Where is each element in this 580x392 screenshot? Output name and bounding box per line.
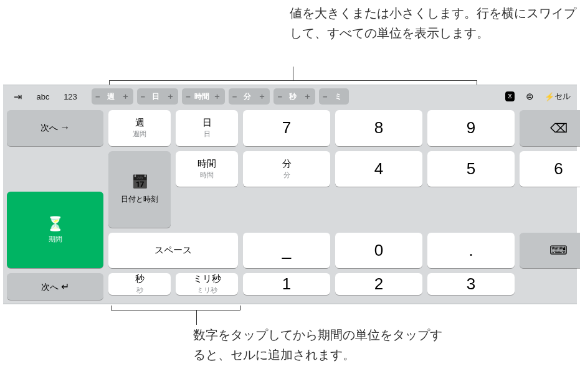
key-hyphen[interactable]: _ bbox=[243, 233, 330, 269]
abc-mode-button[interactable]: abc bbox=[31, 88, 55, 105]
minus-icon[interactable]: − bbox=[232, 92, 237, 101]
key-grid: 次へ→ 週 週間 日 日 7 8 9 ⌫ 📅 日付と時刻 時間 時間 分 分 4… bbox=[7, 110, 573, 300]
duration-keyboard: ⇥ abc 123 − 週 ＋ − 日 ＋ − 時間 ＋ − 分 ＋ bbox=[3, 85, 577, 304]
key-3[interactable]: 3 bbox=[427, 273, 515, 295]
unit-sub: 分 bbox=[283, 170, 290, 180]
equals-icon[interactable]: ⊜ bbox=[522, 90, 537, 103]
key-6[interactable]: 6 bbox=[520, 151, 580, 187]
minus-icon[interactable]: − bbox=[141, 92, 146, 101]
unit-ms-key[interactable]: ミリ秒 ミリ秒 bbox=[176, 273, 238, 295]
tab-key[interactable]: ⇥ bbox=[7, 88, 28, 105]
next-cell-button[interactable]: 次へ→ bbox=[7, 110, 103, 146]
return-icon: ↵ bbox=[61, 281, 69, 292]
cell-label: セル bbox=[554, 91, 571, 102]
stepper-day[interactable]: − 日 ＋ bbox=[137, 88, 179, 105]
datetime-label: 日付と時刻 bbox=[121, 194, 158, 205]
key-2[interactable]: 2 bbox=[335, 273, 422, 295]
annotation-top: 値を大きくまたは小さくします。行を横にスワイプして、すべての単位を表示します。 bbox=[290, 3, 576, 43]
stepper-label: 日 bbox=[149, 91, 163, 102]
unit-main: 週 bbox=[135, 117, 145, 129]
key-8[interactable]: 8 bbox=[335, 110, 422, 146]
stepper-label: 分 bbox=[240, 91, 254, 102]
callout-line bbox=[111, 310, 240, 310]
duration-label: 期間 bbox=[49, 235, 62, 244]
hourglass-icon: ⏳ bbox=[47, 216, 64, 232]
unit-sub: 秒 bbox=[136, 286, 143, 295]
stepper-label: 週 bbox=[104, 91, 118, 102]
unit-stepper-row[interactable]: − 週 ＋ − 日 ＋ − 時間 ＋ − 分 ＋ − 秒 ＋ bbox=[92, 88, 503, 105]
minus-icon[interactable]: − bbox=[186, 92, 191, 101]
callout-line bbox=[109, 80, 477, 81]
callout-line bbox=[196, 310, 197, 325]
unit-sub: 日 bbox=[204, 129, 211, 139]
unit-main: 秒 bbox=[135, 273, 145, 285]
space-key[interactable]: スペース bbox=[108, 233, 238, 269]
backspace-icon: ⌫ bbox=[550, 121, 568, 136]
plus-icon[interactable]: ＋ bbox=[258, 91, 266, 102]
callout-tick bbox=[240, 306, 241, 310]
stepper-second[interactable]: − 秒 ＋ bbox=[273, 88, 315, 105]
unit-main: 分 bbox=[282, 158, 292, 170]
next-return-key[interactable]: 次へ↵ bbox=[7, 273, 103, 300]
unit-main: 日 bbox=[202, 117, 212, 129]
unit-hour-key[interactable]: 時間 時間 bbox=[176, 151, 238, 187]
stepper-hour[interactable]: − 時間 ＋ bbox=[182, 88, 225, 105]
key-9[interactable]: 9 bbox=[427, 110, 515, 146]
callout-tick bbox=[109, 80, 110, 85]
unit-week-key[interactable]: 週 週間 bbox=[108, 110, 171, 146]
unit-sub: ミリ秒 bbox=[197, 286, 217, 295]
stepper-ms[interactable]: − ミ bbox=[319, 88, 349, 105]
datetime-mode-button[interactable]: 📅 日付と時刻 bbox=[108, 151, 171, 228]
plus-icon[interactable]: ＋ bbox=[303, 91, 311, 102]
stepper-label: 時間 bbox=[194, 91, 209, 102]
key-dot[interactable]: . bbox=[427, 233, 515, 269]
plus-icon[interactable]: ＋ bbox=[213, 91, 221, 102]
minus-icon[interactable]: − bbox=[323, 92, 328, 101]
dismiss-keyboard-key[interactable]: ⌨ bbox=[520, 233, 580, 269]
stepper-label: 秒 bbox=[286, 91, 300, 102]
next-return-label: 次へ bbox=[41, 282, 59, 292]
unit-sub: 時間 bbox=[200, 170, 214, 180]
backspace-key[interactable]: ⌫ bbox=[520, 110, 580, 146]
unit-second-key[interactable]: 秒 秒 bbox=[108, 273, 171, 295]
key-5[interactable]: 5 bbox=[427, 151, 515, 187]
unit-day-key[interactable]: 日 日 bbox=[176, 110, 238, 146]
stepper-label: ミ bbox=[331, 91, 345, 102]
key-7[interactable]: 7 bbox=[243, 110, 330, 146]
unit-sub: 週間 bbox=[133, 129, 146, 139]
stepper-minute[interactable]: − 分 ＋ bbox=[229, 88, 270, 105]
callout-line bbox=[293, 67, 293, 80]
calendar-icon: 📅 bbox=[131, 174, 148, 190]
keyboard-toolbar: ⇥ abc 123 − 週 ＋ − 日 ＋ − 時間 ＋ − 分 ＋ bbox=[3, 85, 577, 108]
plus-icon[interactable]: ＋ bbox=[166, 91, 174, 102]
annotation-bottom: 数字をタップしてから期間の単位をタップすると、セルに追加されます。 bbox=[193, 325, 442, 365]
minus-icon[interactable]: − bbox=[95, 92, 100, 101]
callout-tick bbox=[477, 80, 477, 85]
callout-tick bbox=[111, 306, 112, 310]
cell-button[interactable]: ⚡セル bbox=[544, 88, 571, 105]
next-label: 次へ bbox=[40, 123, 58, 133]
key-0[interactable]: 0 bbox=[335, 233, 422, 269]
minus-icon[interactable]: − bbox=[277, 92, 282, 101]
unit-main: 時間 bbox=[197, 158, 216, 170]
keyboard-icon: ⌨ bbox=[549, 243, 568, 258]
bolt-icon: ⚡ bbox=[544, 92, 554, 101]
number-mode-button[interactable]: 123 bbox=[58, 88, 83, 105]
unit-minute-key[interactable]: 分 分 bbox=[243, 151, 330, 187]
key-1[interactable]: 1 bbox=[243, 273, 330, 295]
duration-mode-icon[interactable]: ⧖ bbox=[505, 91, 515, 101]
unit-main: ミリ秒 bbox=[193, 273, 221, 285]
arrow-right-icon: → bbox=[60, 122, 70, 133]
plus-icon[interactable]: ＋ bbox=[121, 91, 130, 102]
key-4[interactable]: 4 bbox=[335, 151, 422, 187]
stepper-week[interactable]: − 週 ＋ bbox=[92, 88, 133, 105]
duration-mode-button[interactable]: ⏳ 期間 bbox=[7, 192, 103, 268]
